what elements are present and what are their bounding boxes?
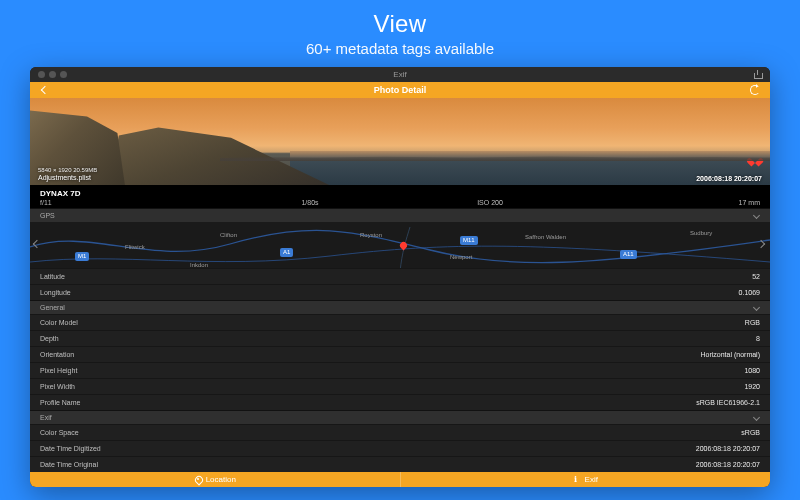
photo-timestamp: 2006:08:18 20:20:07 — [696, 175, 762, 182]
window-title: Exif — [30, 70, 770, 79]
table-row: Pixel Height1080 — [30, 362, 770, 378]
table-row: Latitude 52 — [30, 268, 770, 284]
mac-titlebar: Exif — [30, 67, 770, 82]
page-title: View — [374, 10, 427, 38]
section-gps[interactable]: GPS — [30, 208, 770, 222]
table-row: Profile NamesRGB IEC61966-2.1 — [30, 394, 770, 410]
row-key: Latitude — [40, 273, 65, 280]
road-badge: A11 — [620, 250, 637, 259]
photo-dimensions: 5840 × 1920 20.59MB — [38, 167, 97, 174]
row-val: 2006:08:18 20:20:07 — [696, 461, 760, 468]
row-key: Depth — [40, 335, 59, 342]
section-exif[interactable]: Exif — [30, 410, 770, 424]
camera-model: DYNAX 7D — [40, 189, 760, 198]
table-row: Color SpacesRGB — [30, 424, 770, 440]
row-val: 52 — [752, 273, 760, 280]
chevron-down-icon — [753, 304, 760, 311]
bottom-tabbar: Location Exif — [30, 472, 770, 487]
section-general-label: General — [40, 304, 65, 311]
row-key: Pixel Height — [40, 367, 77, 374]
row-val: sRGB IEC61966-2.1 — [696, 399, 760, 406]
header-title: Photo Detail — [30, 85, 770, 95]
nav-header: Photo Detail — [30, 82, 770, 99]
table-row: Pixel Width1920 — [30, 378, 770, 394]
iso-value: ISO 200 — [400, 199, 580, 206]
page-subtitle: 60+ metadata tags available — [306, 40, 494, 57]
photo-preview: 5840 × 1920 20.59MB Adjustments.plist 20… — [30, 98, 770, 185]
tab-exif-label: Exif — [585, 475, 598, 484]
row-val: 8 — [756, 335, 760, 342]
refresh-icon[interactable] — [750, 85, 760, 95]
row-val: Horizontal (normal) — [700, 351, 760, 358]
table-row: Depth8 — [30, 330, 770, 346]
section-exif-label: Exif — [40, 414, 52, 421]
photo-meta: 5840 × 1920 20.59MB Adjustments.plist — [38, 167, 97, 183]
map-next-icon[interactable] — [758, 241, 766, 249]
road-badge: M11 — [460, 236, 478, 245]
tab-exif[interactable]: Exif — [400, 472, 771, 487]
location-map[interactable]: Flitwick Clifton Royston Saffron Walden … — [30, 222, 770, 268]
camera-summary: DYNAX 7D f/11 1/80s ISO 200 17 mm — [30, 185, 770, 208]
chevron-down-icon — [753, 414, 760, 421]
row-val: RGB — [745, 319, 760, 326]
map-place-label: Inkdon — [190, 262, 208, 268]
table-row: Date Time Digitized2006:08:18 20:20:07 — [30, 440, 770, 456]
table-row: Color ModelRGB — [30, 314, 770, 330]
road-badge: M1 — [75, 252, 89, 261]
table-row: OrientationHorizontal (normal) — [30, 346, 770, 362]
location-pin-icon — [194, 476, 202, 484]
row-val: 0.1069 — [739, 289, 760, 296]
section-gps-label: GPS — [40, 212, 55, 219]
map-place-label: Saffron Walden — [525, 234, 566, 240]
row-val: 1920 — [744, 383, 760, 390]
row-key: Color Model — [40, 319, 78, 326]
row-key: Longitude — [40, 289, 71, 296]
detail-rows: Latitude 52 Longitude 0.1069 General Col… — [30, 268, 770, 472]
map-place-label: Clifton — [220, 232, 237, 238]
road-badge: A1 — [280, 248, 293, 257]
table-row: Date Time Original2006:08:18 20:20:07 — [30, 456, 770, 472]
row-val: 2006:08:18 20:20:07 — [696, 445, 760, 452]
tab-location[interactable]: Location — [30, 472, 400, 487]
map-place-label: Royston — [360, 232, 382, 238]
row-key: Profile Name — [40, 399, 80, 406]
row-val: 1080 — [744, 367, 760, 374]
map-place-label: Newport — [450, 254, 472, 260]
row-val: sRGB — [741, 429, 760, 436]
photo-filename: Adjustments.plist — [38, 174, 97, 182]
favorite-icon[interactable] — [750, 155, 760, 165]
focal-length-value: 17 mm — [580, 199, 760, 206]
aperture-value: f/11 — [40, 199, 220, 206]
map-place-label: Sudbury — [690, 230, 712, 236]
tab-location-label: Location — [206, 475, 236, 484]
share-icon[interactable] — [753, 70, 762, 79]
map-prev-icon[interactable] — [34, 241, 42, 249]
row-key: Pixel Width — [40, 383, 75, 390]
map-place-label: Flitwick — [125, 244, 145, 250]
chevron-down-icon — [753, 212, 760, 219]
shutter-value: 1/80s — [220, 199, 400, 206]
row-key: Orientation — [40, 351, 74, 358]
table-row: Longitude 0.1069 — [30, 284, 770, 300]
app-window: Exif Photo Detail 5840 × 1920 20.59MB Ad… — [30, 67, 770, 487]
info-icon — [573, 476, 581, 484]
row-key: Date Time Original — [40, 461, 98, 468]
row-key: Color Space — [40, 429, 79, 436]
section-general[interactable]: General — [30, 300, 770, 314]
row-key: Date Time Digitized — [40, 445, 101, 452]
